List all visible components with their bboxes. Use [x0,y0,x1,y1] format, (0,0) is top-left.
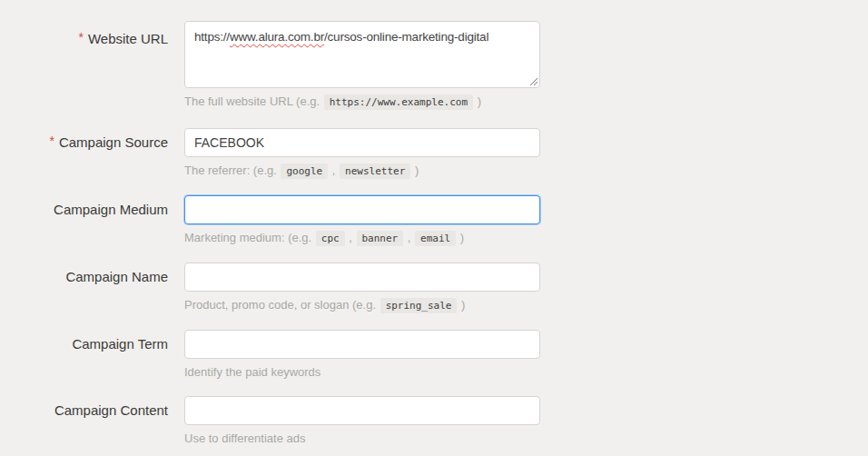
campaign-name-label-text: Campaign Name [65,269,168,284]
help-text: ) [411,164,419,177]
code-example: cpc [316,231,345,246]
campaign-source-help: The referrer: (e.g. google , newsletter … [184,164,540,179]
url-scheme-text: https:// [194,30,230,44]
campaign-source-input[interactable] [184,128,540,157]
field-row-campaign-source: *Campaign Source The referrer: (e.g. goo… [0,128,868,179]
field-row-campaign-term: Campaign Term Identify the paid keywords [0,330,868,380]
resize-handle-icon[interactable] [529,77,538,85]
url-misspelled-text: www.alura.com.br [230,30,324,44]
campaign-term-label-text: Campaign Term [72,336,168,352]
website-url-label: *Website URL [0,21,168,48]
website-url-textarea[interactable]: https://www.alura.com.br/cursos-online-m… [184,21,540,88]
help-text: Identify the paid keywords [184,365,321,379]
campaign-source-label: *Campaign Source [0,128,168,157]
campaign-content-label-text: Campaign Content [54,402,168,418]
campaign-medium-input[interactable] [184,195,540,224]
field-row-campaign-medium: Campaign Medium Marketing medium: (e.g. … [0,195,868,246]
required-asterisk: * [49,134,54,148]
code-example: https://www.example.com [324,94,473,110]
website-url-label-text: Website URL [88,31,168,46]
code-example: spring_sale [380,298,458,313]
help-text: Marketing medium: (e.g. [184,231,315,244]
code-example: email [415,231,456,246]
campaign-medium-label: Campaign Medium [0,195,168,224]
field-row-campaign-content: Campaign Content Use to differentiate ad… [0,396,868,446]
code-example: banner [357,231,404,246]
help-text: The full website URL (e.g. [184,94,323,108]
help-text: ) [458,298,465,312]
campaign-medium-label-text: Campaign Medium [54,202,168,217]
help-text: , [346,231,356,244]
utm-builder-form: *Website URL https://www.alura.com.br/cu… [0,0,868,446]
help-text: The referrer: (e.g. [184,164,280,177]
field-row-website-url: *Website URL https://www.alura.com.br/cu… [0,21,868,110]
help-text: Product, promo code, or slogan (e.g. [184,298,380,312]
help-text: , [404,231,414,244]
campaign-name-input[interactable] [184,263,540,292]
url-path-text: /cursos-online-marketing-digital [324,30,488,44]
campaign-medium-help: Marketing medium: (e.g. cpc , banner , e… [184,231,540,246]
campaign-medium-control: Marketing medium: (e.g. cpc , banner , e… [184,195,540,246]
campaign-source-control: The referrer: (e.g. google , newsletter … [184,128,540,179]
campaign-name-control: Product, promo code, or slogan (e.g. spr… [184,263,540,313]
required-asterisk: * [78,30,83,45]
help-text: ) [457,231,464,244]
campaign-name-label: Campaign Name [0,263,168,292]
help-text: Use to differentiate ads [184,431,305,445]
code-example: google [281,164,328,179]
website-url-help: The full website URL (e.g. https://www.e… [184,94,540,110]
campaign-term-input[interactable] [184,330,540,359]
campaign-content-help: Use to differentiate ads [184,431,540,446]
campaign-content-control: Use to differentiate ads [184,396,540,446]
campaign-content-label: Campaign Content [0,396,168,425]
campaign-content-input[interactable] [184,396,540,425]
help-text: , [329,164,339,177]
campaign-term-help: Identify the paid keywords [184,365,540,380]
code-example: newsletter [340,164,410,179]
campaign-name-help: Product, promo code, or slogan (e.g. spr… [184,298,540,313]
campaign-source-label-text: Campaign Source [59,134,168,150]
campaign-term-label: Campaign Term [0,330,168,359]
field-row-campaign-name: Campaign Name Product, promo code, or sl… [0,263,868,313]
website-url-control: https://www.alura.com.br/cursos-online-m… [184,21,540,110]
campaign-term-control: Identify the paid keywords [184,330,540,380]
help-text: ) [474,94,481,108]
